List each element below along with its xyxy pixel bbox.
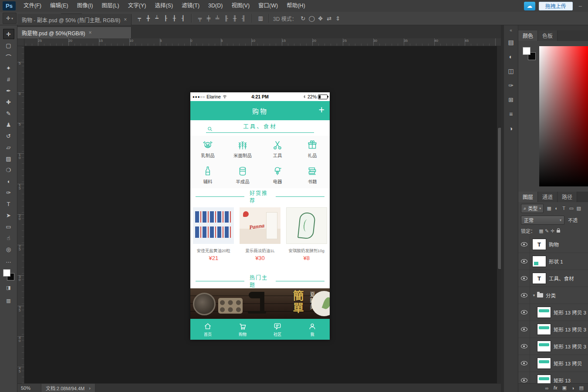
hand-tool[interactable]: ☝	[3, 233, 14, 243]
menu-item[interactable]: 窗口(W)	[254, 3, 282, 9]
align-bottom-icon[interactable]: ┷	[153, 14, 161, 23]
menu-item[interactable]: 视图(V)	[227, 3, 254, 9]
3d-drag-icon[interactable]: ✥	[317, 14, 324, 23]
dodge-tool[interactable]: ◖	[3, 176, 14, 186]
current-tool-preset[interactable]: ✛ ▾	[3, 13, 17, 24]
document-tab[interactable]: 购物 - 副本.psd @ 50% (热门主题, RGB/8)×	[17, 14, 132, 25]
eye-icon[interactable]	[521, 327, 527, 331]
shape-filter-icon[interactable]: ▭	[568, 204, 575, 212]
layer-row[interactable]: 矩形 13 拷贝	[518, 355, 588, 372]
foreground-color-swatch[interactable]	[523, 47, 531, 55]
pixel-filter-icon[interactable]: ▦	[545, 204, 553, 212]
visibility-cell[interactable]	[518, 321, 530, 338]
eye-icon[interactable]	[521, 293, 527, 297]
canvas-scrollbar[interactable]	[497, 46, 501, 383]
blend-mode-dropdown[interactable]: 正常 ▾	[521, 216, 564, 225]
eraser-tool[interactable]: ▱	[3, 142, 14, 152]
foreground-color-swatch[interactable]	[3, 269, 10, 277]
layer-row[interactable]: 矩形 13 拷贝 3	[518, 338, 588, 355]
quick-selection-tool[interactable]: ✦	[3, 63, 14, 73]
visibility-cell[interactable]	[518, 236, 530, 253]
smart-object-filter-icon[interactable]: ▧	[575, 204, 582, 212]
tab-channels[interactable]: 通道	[538, 192, 558, 202]
styles-panel-icon[interactable]: ◫	[506, 66, 516, 76]
blur-tool[interactable]: ❍	[3, 165, 14, 175]
layer-filter-type-dropdown[interactable]: ⌕ 类型 ▾	[521, 204, 544, 213]
menu-item[interactable]: 滤镜(T)	[177, 3, 204, 9]
distribute-right-icon[interactable]: ╢	[240, 14, 247, 23]
foreground-background-swatches[interactable]	[3, 269, 14, 280]
eye-icon[interactable]	[521, 378, 527, 382]
window-controls[interactable]: –	[576, 3, 585, 9]
color-picker-gradient[interactable]	[539, 46, 588, 186]
menu-item[interactable]: 帮助(H)	[282, 3, 309, 9]
tab-close-icon[interactable]: ×	[124, 17, 127, 23]
quick-mask-button[interactable]: ◨	[3, 282, 14, 293]
3d-slide-icon[interactable]: ⇄	[325, 14, 333, 23]
brush-panel-icon[interactable]: ✑	[506, 80, 516, 91]
pen-tool[interactable]: ✑	[3, 187, 14, 198]
menu-item[interactable]: 编辑(E)	[46, 3, 73, 9]
distribute-bottom-icon[interactable]: ╧	[213, 14, 221, 23]
ruler-origin-corner[interactable]	[17, 38, 24, 46]
eye-icon[interactable]	[521, 310, 527, 314]
align-right-icon[interactable]: ┨	[179, 14, 187, 23]
visibility-cell[interactable]	[518, 355, 530, 372]
lock-all-icon[interactable]	[555, 229, 561, 233]
visibility-cell[interactable]	[518, 287, 530, 304]
layer-mask-icon[interactable]: ▣	[562, 385, 567, 391]
drag-upload-button[interactable]: 拖拽上传	[539, 2, 573, 10]
properties-panel-icon[interactable]: ▤	[506, 37, 516, 47]
align-hcenter-icon[interactable]: ╂	[170, 14, 178, 23]
brush-tool[interactable]: ✎	[3, 108, 14, 118]
marquee-tool[interactable]: ▢	[3, 40, 14, 51]
align-vcenter-icon[interactable]: ╋	[144, 14, 152, 23]
crop-tool[interactable]: #	[3, 74, 14, 84]
lock-position-icon[interactable]: ✛	[550, 228, 555, 234]
history-brush-tool[interactable]: ↺	[3, 131, 14, 141]
layer-group-icon[interactable]: ▤	[579, 385, 584, 391]
menu-item[interactable]: 图像(I)	[73, 3, 98, 9]
eye-icon[interactable]	[521, 361, 527, 365]
clone-stamp-tool[interactable]: ♟	[3, 119, 14, 130]
document-tab[interactable]: 购是物.psd @ 50%(RGB/8)×	[17, 27, 132, 38]
lock-pixels-icon[interactable]: ✎	[544, 228, 550, 234]
info-panel-icon[interactable]: ≡	[506, 109, 516, 119]
menu-item[interactable]: 选择(S)	[150, 3, 177, 9]
expand-panels-button[interactable]: «	[510, 28, 512, 33]
gradient-tool[interactable]: ▨	[3, 153, 14, 164]
layer-row[interactable]: 矩形 13	[518, 372, 588, 383]
layer-row[interactable]: 形状 1	[518, 253, 588, 270]
screen-mode-button[interactable]: ▥	[3, 295, 14, 306]
link-layers-icon[interactable]: ∞	[545, 385, 549, 391]
eye-icon[interactable]	[521, 276, 527, 280]
healing-brush-tool[interactable]: ✚	[3, 97, 14, 107]
visibility-cell[interactable]	[518, 270, 530, 287]
clone-source-panel-icon[interactable]: ⊞	[506, 95, 516, 105]
eye-icon[interactable]	[521, 259, 527, 264]
type-filter-icon[interactable]: T	[560, 204, 568, 212]
zoom-level-field[interactable]: 50%	[17, 385, 41, 391]
layer-row[interactable]: T工具、食材	[518, 270, 588, 287]
distribute-top-icon[interactable]: ╤	[196, 14, 204, 23]
visibility-cell[interactable]	[518, 372, 530, 383]
adjustment-filter-icon[interactable]: ◐	[553, 204, 560, 212]
eye-icon[interactable]	[521, 242, 527, 247]
eyedropper-tool[interactable]: ✒	[3, 85, 14, 96]
tab-layers[interactable]: 图层	[518, 192, 538, 202]
scrollbar-thumb[interactable]	[497, 127, 501, 270]
move-tool[interactable]: ✛	[3, 29, 14, 39]
horizontal-ruler[interactable]: 252015105051015202530354045	[24, 38, 501, 46]
layer-row[interactable]: 矩形 13 拷贝 3	[518, 321, 588, 338]
tab-color[interactable]: 颜色	[518, 30, 538, 41]
canvas-area[interactable]: ●●●○○ Elarine 4:21 PM 22% 购物 + 工具、食材	[24, 46, 501, 383]
path-selection-tool[interactable]: ➤	[3, 210, 14, 220]
menu-item[interactable]: 文件(F)	[19, 3, 46, 9]
layer-style-icon[interactable]: fx	[554, 385, 558, 390]
histogram-panel-icon[interactable]: ◑	[506, 123, 516, 134]
layer-row[interactable]: 矩形 13 拷贝 3	[518, 304, 588, 321]
visibility-cell[interactable]	[518, 338, 530, 355]
distribute-hcenter-icon[interactable]: ╫	[231, 14, 239, 23]
eye-icon[interactable]	[521, 344, 527, 348]
shape-tool[interactable]: ▭	[3, 221, 14, 232]
